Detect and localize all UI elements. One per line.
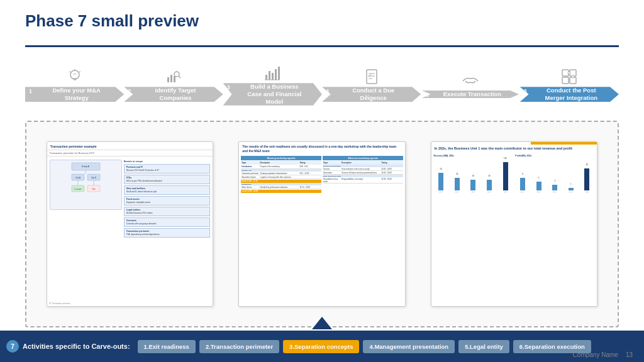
- svg-rect-9: [265, 75, 267, 80]
- pill-exit-readiness[interactable]: 1.Exit readiness: [138, 340, 196, 353]
- slide-thumb-2[interactable]: The results of the exit readiness are us…: [238, 141, 406, 306]
- step-3: 3 Build a Business Case and Financial Mo…: [223, 64, 322, 106]
- up-arrow-container: [312, 317, 332, 329]
- company-name: Company Name: [573, 351, 618, 358]
- revenue-bar-bu2: 35 BU 2: [450, 178, 465, 193]
- revenue-bar-bu4: 30 BU 4: [482, 180, 497, 193]
- page-title: Phase 7 small preview: [25, 11, 199, 31]
- pill-legal-entity[interactable]: 5.Legal entity: [458, 340, 509, 353]
- profit-bar-total: 49 Total: [580, 168, 595, 193]
- profit-chart: Profit($M), 202x 8 BU 1 5 BU 2: [515, 155, 594, 193]
- chart-search-icon: [166, 68, 181, 85]
- revenue-bar-bu1: 50 BU 1: [434, 173, 449, 193]
- svg-point-24: [572, 75, 574, 78]
- svg-rect-5: [170, 75, 172, 82]
- revenue-bar-bu3: 30 BU 3: [466, 180, 481, 193]
- revenue-bar-total: 165 Total: [498, 162, 513, 193]
- svg-point-0: [70, 70, 79, 79]
- up-arrow-icon: [312, 317, 332, 329]
- slide3-title: In 202x, the Business Unit 1 was the mai…: [431, 145, 597, 153]
- page-footer: Company Name 13: [573, 351, 633, 358]
- svg-rect-12: [275, 69, 277, 80]
- svg-line-8: [179, 76, 180, 78]
- step-5-arrow[interactable]: 5 Execute Transaction: [422, 90, 519, 98]
- step-7-circle: 7: [6, 340, 19, 353]
- step-3-arrow[interactable]: 3 Build a Business Case and Financial Mo…: [223, 83, 322, 106]
- svg-text:Entity A: Entity A: [82, 165, 90, 168]
- step-4: 4 Conduct a Due Diligence: [322, 68, 421, 102]
- svg-text:In-scope: In-scope: [74, 187, 82, 190]
- slide2-title: The results of the exit readiness are us…: [239, 142, 405, 155]
- svg-text:Sub B: Sub B: [91, 176, 96, 178]
- checklist-icon: [364, 68, 379, 85]
- profit-bar-bu2: 5 BU 2: [531, 182, 547, 193]
- step-4-arrow[interactable]: 4 Conduct a Due Diligence: [322, 87, 421, 102]
- slide1-footer: XY Transaction perimeter: [49, 302, 70, 305]
- lightbulb-icon: [68, 68, 82, 85]
- step-1-arrow[interactable]: 1 Define your M&A Strategy: [25, 87, 124, 102]
- profit-bar-bu1: 8 BU 1: [515, 178, 530, 193]
- content-area: Transaction perimeter example Transactio…: [25, 121, 619, 327]
- svg-rect-10: [269, 71, 270, 80]
- svg-rect-6: [174, 76, 175, 82]
- svg-rect-21: [562, 77, 569, 84]
- svg-line-3: [79, 72, 80, 73]
- step-6: 6 Conduct the Post Merger Integration: [520, 68, 619, 102]
- bottom-bar: 7 Activities specific to Carve-outs: 1.E…: [0, 331, 644, 362]
- process-bar: 1 Define your M&A Strategy 2 Identify Ta…: [25, 57, 619, 113]
- step-1: 1 Define your M&A Strategy: [25, 68, 124, 102]
- svg-text:Out: Out: [92, 187, 95, 190]
- svg-rect-4: [167, 77, 169, 82]
- page-number: 13: [626, 351, 633, 358]
- profit-bar-bu3: 3 BU 3: [547, 185, 562, 193]
- pill-separation-concepts[interactable]: 3.Separation concepts: [283, 340, 359, 353]
- puzzle-icon: [561, 68, 577, 85]
- svg-rect-13: [278, 67, 280, 80]
- pill-transaction-perimeter[interactable]: 2.Transaction perimeter: [199, 340, 279, 353]
- svg-rect-11: [272, 73, 274, 80]
- profit-bar-bu4: 1 BU 4: [564, 188, 579, 193]
- step-5: 5 Execute Transaction: [421, 72, 519, 98]
- activities-label: Activities specific to Carve-outs:: [23, 343, 130, 350]
- step-2: 2 Identify Target Companies: [124, 68, 223, 102]
- handshake-icon: [462, 72, 479, 89]
- revenue-chart: Revenue ($M), 202x 50 BU 1 35 BU 2: [434, 155, 513, 193]
- slide1-title: Transaction perimeter example: [47, 142, 213, 150]
- slide-thumb-3[interactable]: In 202x, the Business Unit 1 was the mai…: [431, 141, 598, 306]
- svg-rect-15: [367, 70, 377, 84]
- bar-chart-icon: [265, 64, 280, 82]
- svg-line-2: [69, 72, 70, 73]
- slide-thumb-1[interactable]: Transaction perimeter example Transactio…: [47, 141, 214, 306]
- step-6-arrow[interactable]: 6 Conduct the Post Merger Integration: [520, 87, 619, 102]
- svg-point-23: [568, 72, 570, 74]
- pill-management-presentation[interactable]: 4.Management presentation: [363, 340, 455, 353]
- svg-text:Sub A: Sub A: [75, 176, 80, 178]
- svg-point-7: [174, 72, 179, 77]
- top-divider: [25, 45, 619, 47]
- step-2-arrow[interactable]: 2 Identify Target Companies: [124, 87, 223, 102]
